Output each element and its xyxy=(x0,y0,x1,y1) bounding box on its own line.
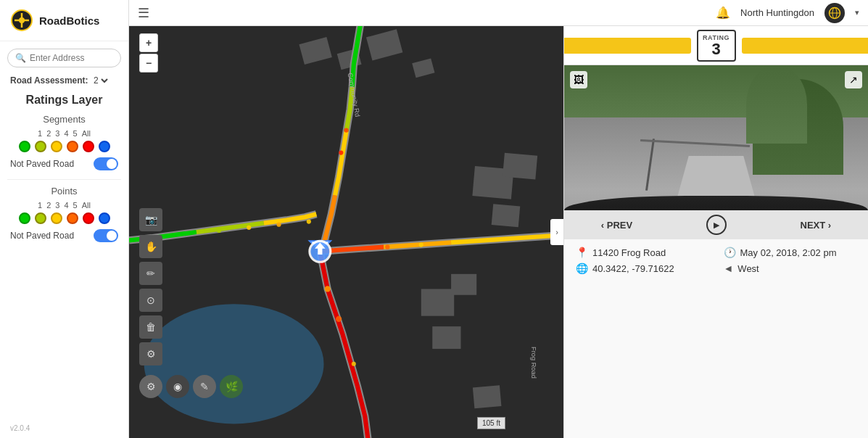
pt-dot-2[interactable] xyxy=(35,212,46,224)
svg-rect-15 xyxy=(503,153,537,180)
gear-circle-button[interactable]: ⚙ xyxy=(139,375,162,398)
zoom-out-button[interactable]: − xyxy=(139,54,158,73)
pt-dot-4[interactable] xyxy=(67,212,78,224)
seg-label-4: 4 xyxy=(64,129,68,138)
photo-nav-bar: ‹ PREV ▶ NEXT › xyxy=(564,210,868,239)
pt-label-3: 3 xyxy=(55,201,59,210)
globe-icon xyxy=(828,7,841,20)
globe-icon-btn[interactable] xyxy=(824,3,845,23)
play-button[interactable]: ▶ xyxy=(706,215,727,235)
rating-yellow-right xyxy=(742,38,869,54)
rating-yellow-left xyxy=(564,38,691,54)
segments-title: Segments xyxy=(0,111,128,128)
svg-rect-17 xyxy=(451,274,476,295)
seg-dot-3[interactable] xyxy=(51,141,62,152)
content-area: Community Rd Frog Road North Irwin Pk + … xyxy=(129,26,868,438)
seg-dot-4[interactable] xyxy=(67,141,78,152)
seg-dot-1[interactable] xyxy=(19,141,30,152)
seg-dot-5[interactable] xyxy=(83,141,94,152)
location-name: North Huntingdon xyxy=(740,7,814,18)
dark-circle-button[interactable]: ◉ xyxy=(166,375,189,398)
svg-point-30 xyxy=(419,242,423,247)
settings-tool-button[interactable]: ⚙ xyxy=(139,342,162,365)
map-controls: + − xyxy=(139,33,158,73)
chevron-down-icon[interactable]: ▾ xyxy=(855,8,859,17)
points-not-paved-toggle[interactable] xyxy=(94,229,118,242)
info-area: 📍 11420 Frog Road 🌐 40.3422, -79.71622 🕐… xyxy=(564,239,868,286)
points-not-paved-label: Not Paved Road xyxy=(10,231,94,241)
green-circle-button[interactable]: 🌿 xyxy=(220,375,243,398)
svg-point-23 xyxy=(344,128,348,132)
right-panel: RATING 3 xyxy=(563,26,868,438)
logo-text: RoadBotics xyxy=(39,15,99,27)
photo-icon-topleft[interactable]: 🖼 xyxy=(570,71,587,88)
segments-rating-dots xyxy=(0,139,128,154)
points-title: Points xyxy=(0,183,128,199)
next-button[interactable]: NEXT › xyxy=(801,220,832,231)
layers-circle-button[interactable]: ✎ xyxy=(193,375,216,398)
photo-area: 🖼 ↗ ‹ PREV ▶ NEXT › xyxy=(564,65,868,239)
notification-icon[interactable]: 🔔 xyxy=(716,6,730,20)
version-label: v2.0.4 xyxy=(0,418,128,438)
svg-rect-16 xyxy=(421,289,454,315)
svg-point-29 xyxy=(385,245,389,249)
pt-dot-1[interactable] xyxy=(19,212,30,224)
map-expand-arrow[interactable]: › xyxy=(550,219,563,245)
pt-label-4: 4 xyxy=(64,201,68,210)
road-assessment-select[interactable]: 213 xyxy=(91,75,110,86)
svg-rect-18 xyxy=(432,326,460,349)
pt-dot-3[interactable] xyxy=(51,212,62,224)
seg-label-2: 2 xyxy=(46,129,51,138)
prev-button[interactable]: ‹ PREV xyxy=(601,220,632,231)
rating-box: RATING 3 xyxy=(697,30,736,62)
map-container[interactable]: Community Rd Frog Road North Irwin Pk + … xyxy=(129,26,563,438)
svg-point-24 xyxy=(339,150,343,154)
ratings-layer-title: Ratings Layer xyxy=(0,91,128,111)
clock-icon: 🕐 xyxy=(724,247,736,258)
svg-point-28 xyxy=(217,228,221,233)
zoom-in-button[interactable]: + xyxy=(139,33,158,52)
map-tools-bottom: ⚙ ◉ ✎ 🌿 xyxy=(139,375,243,398)
hand-tool-button[interactable]: ✋ xyxy=(139,235,162,258)
pt-dot-all[interactable] xyxy=(99,212,110,224)
segments-rating-labels: 1 2 3 4 5 All xyxy=(0,128,128,139)
svg-rect-19 xyxy=(473,385,502,408)
circle-tool-button[interactable]: ⊙ xyxy=(139,289,162,312)
address-text: 11420 Frog Road xyxy=(592,247,666,258)
header-right: 🔔 North Huntingdon ▾ xyxy=(716,3,859,23)
svg-point-27 xyxy=(247,226,251,230)
seg-dot-all[interactable] xyxy=(99,141,110,152)
hamburger-icon[interactable]: ☰ xyxy=(138,5,149,21)
pt-label-2: 2 xyxy=(46,201,51,210)
svg-rect-14 xyxy=(492,204,521,227)
segments-not-paved-toggle[interactable] xyxy=(94,157,118,170)
pt-dot-5[interactable] xyxy=(83,212,94,224)
rating-banner: RATING 3 xyxy=(564,26,868,65)
map-tools-left: 📷 ✋ ✏ ⊙ 🗑 ⚙ xyxy=(139,208,162,365)
points-rating-labels: 1 2 3 4 5 All xyxy=(0,199,128,211)
search-input[interactable] xyxy=(30,53,113,63)
pencil-tool-button[interactable]: ✏ xyxy=(139,262,162,285)
pt-label-1: 1 xyxy=(38,201,42,210)
svg-point-25 xyxy=(307,219,311,223)
seg-label-5: 5 xyxy=(73,129,78,138)
search-box[interactable]: 🔍 xyxy=(7,49,121,67)
main-area: ☰ 🔔 North Huntingdon ▾ xyxy=(129,0,868,438)
date-text: May 02, 2018, 2:02 pm xyxy=(740,247,837,258)
seg-label-3: 3 xyxy=(55,129,59,138)
coordinates-text: 40.3422, -79.71622 xyxy=(592,263,674,274)
header-bar: ☰ 🔔 North Huntingdon ▾ xyxy=(129,0,868,26)
photo-expand-icon[interactable]: ↗ xyxy=(845,71,862,88)
camera-tool-button[interactable]: 📷 xyxy=(139,208,162,231)
road-assessment-label: Road Assessment: xyxy=(10,75,88,86)
location-pin-icon: 📍 xyxy=(576,247,588,258)
svg-point-21 xyxy=(336,316,342,322)
svg-text:Frog Road: Frog Road xyxy=(530,347,537,379)
direction-icon: ◄ xyxy=(724,263,734,274)
segments-not-paved-row: Not Paved Road xyxy=(0,154,128,176)
seg-dot-2[interactable] xyxy=(35,141,46,152)
rating-value: 3 xyxy=(711,41,720,57)
svg-point-26 xyxy=(276,223,281,227)
svg-point-20 xyxy=(325,286,331,292)
trash-tool-button[interactable]: 🗑 xyxy=(139,315,162,339)
